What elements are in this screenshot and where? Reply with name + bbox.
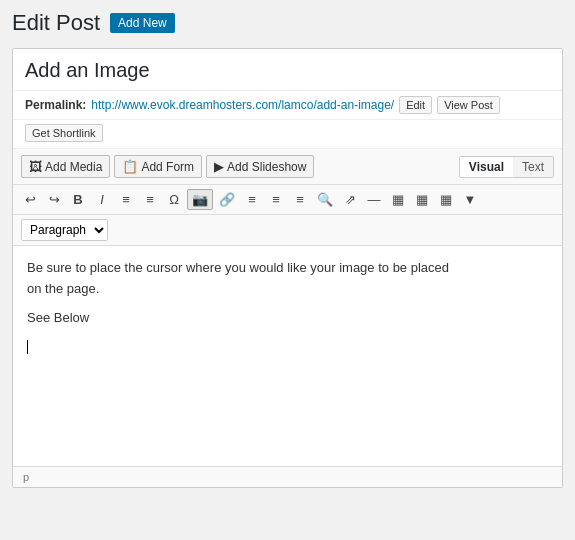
text-cursor [27, 340, 28, 354]
editor-toolbar-row1: ↩ ↪ B I ≡ ≡ Ω 📷 🔗 ≡ ≡ ≡ 🔍 ⇗ — ▦ ▦ ▦ ▼ [13, 185, 562, 215]
add-slideshow-button[interactable]: ▶ Add Slideshow [206, 155, 314, 178]
expand-button[interactable]: ⇗ [339, 190, 361, 209]
more-button[interactable]: ▼ [459, 190, 481, 209]
permalink-label: Permalink: [25, 98, 86, 112]
table2-button[interactable]: ▦ [411, 190, 433, 209]
special-chars-button[interactable]: Ω [163, 190, 185, 209]
ol-button[interactable]: ≡ [139, 190, 161, 209]
align-left-button[interactable]: ≡ [241, 190, 263, 209]
table1-button[interactable]: ▦ [387, 190, 409, 209]
bold-button[interactable]: B [67, 190, 89, 209]
edit-permalink-button[interactable]: Edit [399, 96, 432, 114]
add-new-button[interactable]: Add New [110, 13, 175, 33]
editor-toolbar-row2: Paragraph [13, 215, 562, 246]
add-media-button[interactable]: 🖼 Add Media [21, 155, 110, 178]
get-shortlink-button[interactable]: Get Shortlink [25, 124, 103, 142]
search-button[interactable]: 🔍 [313, 190, 337, 209]
italic-button[interactable]: I [91, 190, 113, 209]
paragraph-select[interactable]: Paragraph [21, 219, 108, 241]
add-slideshow-icon: ▶ [214, 159, 224, 174]
add-form-icon: 📋 [122, 159, 138, 174]
view-post-button[interactable]: View Post [437, 96, 500, 114]
align-right-button[interactable]: ≡ [289, 190, 311, 209]
content-line1: Be sure to place the cursor where you wo… [27, 258, 548, 300]
ul-button[interactable]: ≡ [115, 190, 137, 209]
visual-tab[interactable]: Visual [460, 157, 513, 177]
permalink-url[interactable]: http://www.evok.dreamhosters.com/lamco/a… [91, 98, 394, 112]
link-button[interactable]: 🔗 [215, 190, 239, 209]
content-line3: See Below [27, 308, 548, 329]
image-button[interactable]: 📷 [187, 189, 213, 210]
page-title: Edit Post [12, 10, 100, 36]
add-slideshow-label: Add Slideshow [227, 160, 306, 174]
add-media-label: Add Media [45, 160, 102, 174]
undo-button[interactable]: ↩ [19, 190, 41, 209]
redo-button[interactable]: ↪ [43, 190, 65, 209]
align-center-button[interactable]: ≡ [265, 190, 287, 209]
footer-tag: p [23, 471, 29, 483]
add-media-icon: 🖼 [29, 159, 42, 174]
text-tab[interactable]: Text [513, 157, 553, 177]
visual-text-tabs: Visual Text [459, 156, 554, 178]
add-form-button[interactable]: 📋 Add Form [114, 155, 202, 178]
add-form-label: Add Form [141, 160, 194, 174]
editor-footer: p [13, 466, 562, 487]
table3-button[interactable]: ▦ [435, 190, 457, 209]
post-title: Add an Image [25, 59, 550, 82]
hr-button[interactable]: — [363, 190, 385, 209]
editor-content[interactable]: Be sure to place the cursor where you wo… [13, 246, 562, 466]
